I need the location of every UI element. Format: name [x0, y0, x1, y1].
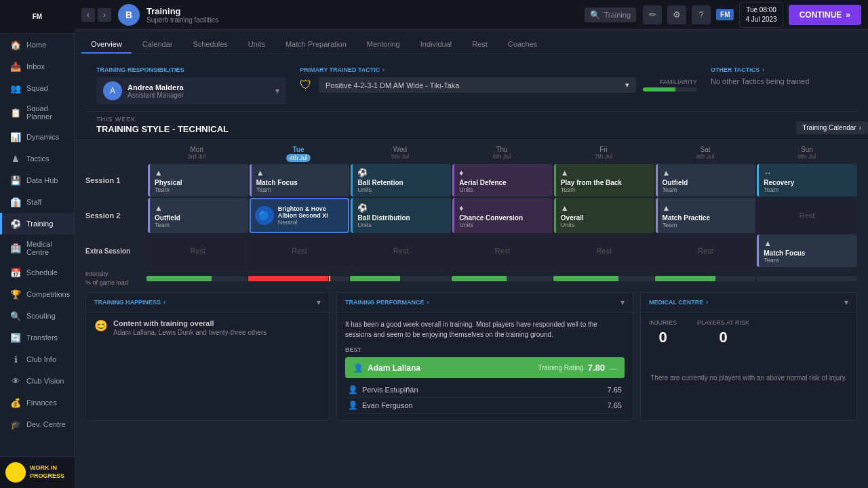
sidebar-label-schedule: Schedule — [26, 268, 58, 277]
cell-ball-retention[interactable]: ⚽ Ball Retention Units — [351, 164, 451, 197]
happiness-players: Adam Lallana, Lewis Dunk and twenty-thre… — [113, 329, 267, 336]
medical-expand[interactable]: ▾ — [844, 298, 848, 307]
sidebar-item-inbox[interactable]: 📥 Inbox — [0, 56, 74, 77]
intensity-sun-fill — [757, 276, 767, 281]
day-tue-label: Tue — [248, 146, 349, 153]
cell-play-from-back[interactable]: ▲ Play from the Back Team — [554, 164, 654, 197]
tab-calendar[interactable]: Calendar — [133, 36, 182, 54]
responsibilities-label: TRAINING RESPONSIBILITIES — [96, 66, 286, 73]
sidebar-item-club-info[interactable]: ℹ Club Info — [0, 348, 74, 370]
sidebar-item-training[interactable]: ⚽ Training — [0, 213, 74, 235]
intensity-fri — [553, 276, 654, 281]
sidebar-label-tactics: Tactics — [26, 155, 50, 163]
sidebar-label-finances: Finances — [26, 399, 57, 407]
continue-button[interactable]: CONTINUE » — [789, 5, 861, 25]
shield-icon: 🛡 — [300, 78, 312, 92]
cell-outfield-s1[interactable]: ▲ Outfield Team — [656, 164, 756, 197]
cell-recovery[interactable]: ↔ Recovery Team — [757, 164, 857, 197]
cell-aerial-defence[interactable]: ♦ Aerial Defence Units — [452, 164, 553, 197]
cell-match-focus[interactable]: ▲ Match Focus Team — [250, 164, 350, 197]
sidebar-item-schedule[interactable]: 📅 Schedule — [0, 262, 74, 283]
wip-icon: ⚠ — [5, 462, 26, 483]
day-fri-date: 7th Jul — [553, 153, 654, 160]
match-practice-name: Match Practice — [663, 214, 751, 222]
risk-label: PLAYERS AT RISK — [697, 319, 749, 326]
top-bar-actions: ✏ ⚙ ? FM Tue 08:00 4 Jul 2023 CONTINUE » — [643, 2, 861, 28]
cell-match-focus-sun[interactable]: ▲ Match Focus Team — [757, 235, 857, 267]
session1-label: Session 1 — [85, 164, 146, 197]
sidebar-item-competitions[interactable]: 🏆 Competitions — [0, 283, 74, 305]
manager-expand-icon[interactable]: ▾ — [275, 86, 279, 96]
tab-units[interactable]: Units — [239, 36, 275, 54]
cell-overall[interactable]: ▲ Overall Units — [554, 198, 654, 233]
day-sat-header: Sat 8th Jul — [655, 146, 755, 161]
day-sun-label: Sun — [757, 146, 857, 153]
training-icon: ⚽ — [10, 218, 21, 229]
tab-schedules[interactable]: Schedules — [183, 36, 237, 54]
session2-row: Session 2 ▲ Outfield Team 🔵 Brighton & H… — [85, 198, 857, 233]
club-info-icon: ℹ — [10, 354, 21, 365]
settings-icon[interactable]: ⚙ — [667, 5, 686, 24]
physical-type: Team — [155, 186, 243, 193]
sidebar-item-club-vision[interactable]: 👁 Club Vision — [0, 370, 74, 392]
sidebar-item-dev-centre[interactable]: 🎓 Dev. Centre — [0, 413, 74, 435]
perf-other-row-1: 👤 Evan Ferguson 7.65 — [345, 398, 625, 413]
tactics-arrow-icon: › — [382, 66, 384, 73]
sidebar-item-squad-planner[interactable]: 📋 Squad Planner — [0, 99, 74, 126]
cell-ball-distribution[interactable]: ⚽ Ball Distribution Units — [351, 198, 451, 233]
intensity-sat — [655, 276, 755, 281]
training-header: TRAINING RESPONSIBILITIES A Andrea Malde… — [75, 54, 868, 140]
sidebar-item-home[interactable]: 🏠 Home — [0, 34, 74, 56]
other-tactics-arrow: › — [762, 66, 764, 73]
physical-name: Physical — [155, 179, 243, 186]
sidebar-item-data-hub[interactable]: 💾 Data Hub — [0, 169, 74, 191]
ball-dist-name: Ball Distribution — [357, 214, 446, 222]
sidebar-item-squad[interactable]: 👥 Squad — [0, 77, 74, 99]
tab-rest[interactable]: Rest — [462, 36, 497, 54]
sidebar-label-data-hub: Data Hub — [26, 176, 58, 184]
cell-chance-conversion[interactable]: ♦ Chance Conversion Units — [452, 198, 553, 233]
ball-dist-icon: ⚽ — [357, 203, 446, 213]
cell-physical[interactable]: ▲ Physical Team — [148, 164, 248, 197]
sidebar-item-finances[interactable]: 💰 Finances — [0, 392, 74, 413]
schedule-icon: 📅 — [10, 267, 21, 278]
cell-match-practice[interactable]: ▲ Match Practice Team — [656, 198, 756, 233]
performance-header-label: TRAINING PERFORMANCE › — [345, 299, 429, 306]
day-sat-label: Sat — [655, 146, 755, 153]
sidebar-label-medical: Medical Centre — [26, 240, 66, 256]
nav-back[interactable]: ‹ — [81, 8, 95, 22]
search-text: Training — [604, 11, 631, 19]
tab-coaches[interactable]: Coaches — [498, 36, 547, 54]
injuries-stat: INJURIES 0 — [649, 319, 677, 346]
cell-outfield-s2[interactable]: ▲ Outfield Team — [148, 198, 248, 233]
sidebar-item-tactics[interactable]: ♟ Tactics — [0, 148, 74, 169]
overall-icon: ▲ — [561, 203, 650, 213]
tactic-selector[interactable]: Positive 4-2-3-1 DM AM Wide - Tiki-Taka … — [319, 77, 636, 93]
sidebar-item-transfers[interactable]: 🔄 Transfers — [0, 327, 74, 348]
other-player-1-rating: 7.65 — [608, 401, 622, 409]
training-calendar-button[interactable]: Training Calendar › — [796, 121, 868, 134]
sidebar-item-medical[interactable]: 🏥 Medical Centre — [0, 235, 74, 262]
overall-name: Overall — [561, 214, 650, 222]
tab-match-prep[interactable]: Match Preparation — [276, 36, 356, 54]
play-back-type: Team — [561, 186, 650, 193]
sidebar-item-staff[interactable]: 👔 Staff — [0, 191, 74, 213]
perf-best-row: 👤 Adam Lallana Training Rating 7.80 — — [345, 357, 625, 378]
edit-icon[interactable]: ✏ — [643, 5, 662, 24]
sidebar-item-scouting[interactable]: 🔍 Scouting — [0, 305, 74, 327]
session2-cells: ▲ Outfield Team 🔵 Brighton & Hove Albion… — [148, 198, 857, 233]
manager-row[interactable]: A Andrea Maldera Assistant Manager ▾ — [96, 77, 286, 104]
cell-brighton-match[interactable]: 🔵 Brighton & Hove Albion Second XI Neutr… — [250, 198, 350, 233]
sidebar-item-dynamics[interactable]: 📊 Dynamics — [0, 126, 74, 148]
tab-overview[interactable]: Overview — [81, 36, 132, 54]
nav-forward[interactable]: › — [98, 8, 111, 22]
search-box[interactable]: 🔍 Training — [585, 7, 636, 22]
intensity-sun — [757, 276, 857, 281]
help-icon[interactable]: ? — [692, 5, 711, 24]
happiness-expand[interactable]: ▾ — [317, 298, 321, 307]
performance-expand[interactable]: ▾ — [620, 298, 625, 307]
tab-individual[interactable]: Individual — [411, 36, 461, 54]
rating-label: Training Rating — [538, 364, 583, 371]
other-player-1-name: 👤 Evan Ferguson — [348, 401, 413, 410]
tab-mentoring[interactable]: Mentoring — [357, 36, 410, 54]
